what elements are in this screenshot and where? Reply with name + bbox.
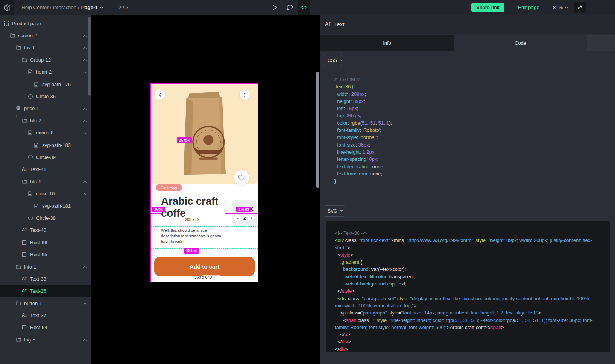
edit-page-link[interactable]: Edit page [518, 0, 539, 15]
favorite-button[interactable] [234, 170, 249, 185]
tree-item-circle-38[interactable]: Circle-38 [0, 212, 91, 224]
category-tag[interactable]: Expresso [156, 184, 182, 191]
tree-item-circle-36[interactable]: Circle-36 [0, 90, 91, 102]
tree-item-text-41[interactable]: AIText-41 [0, 163, 91, 175]
tree-item-text-40[interactable]: AIText-40 [0, 224, 91, 236]
tree-item-minus-8[interactable]: minus-8 [0, 127, 91, 139]
tree-item-text-36[interactable]: AIText-36 [0, 285, 91, 297]
tree-indent-line [4, 261, 10, 273]
code-line: font-style: 'normal'; [334, 134, 609, 141]
code-line: letter-spacing: 0px; [334, 156, 609, 163]
tree-item-label: Rect-95 [30, 252, 47, 257]
tree-indent-line [16, 273, 22, 285]
code-line: font-family: 'Roboto'; [334, 127, 609, 134]
tree-item-label: heart-2 [36, 69, 52, 75]
chevron-down-icon [340, 210, 343, 212]
tree-item-screen-2[interactable]: screen-2 [0, 29, 91, 41]
tree-item-group-12[interactable]: Group-12 [0, 54, 91, 66]
tree-item-text-38[interactable]: AIText-38 [0, 273, 91, 285]
breadcrumb-current-page: Page-1 [81, 5, 98, 10]
chevron-up-icon[interactable] [83, 337, 87, 343]
chevron-up-icon[interactable] [83, 130, 87, 136]
tree-indent-line [28, 78, 34, 90]
chevron-up-icon[interactable] [83, 264, 87, 270]
quantity-value: 2 [243, 216, 246, 221]
tree-indent-line [16, 127, 22, 139]
canvas[interactable]: ⋮ Expresso Arabic craft coffe 16.5€ − 2 … [91, 15, 320, 364]
panel-scrollbar[interactable] [316, 72, 319, 188]
tab-info[interactable]: Info [320, 35, 454, 51]
tree-item-button-1[interactable]: button-1 [0, 297, 91, 309]
share-link-button[interactable]: Share link [471, 3, 504, 12]
tree-item-btn-1[interactable]: btn-1 [0, 175, 91, 187]
tree-indent-line [16, 309, 22, 321]
code-line: <p class="paragraph" style="font-size: 1… [335, 309, 601, 316]
measure-badge-left: 16px [152, 207, 165, 212]
tree-indent-line [10, 236, 16, 248]
svg-code-block[interactable]: <!-- Text-36 --><div class="root rich-te… [335, 230, 601, 353]
tree-indent-line [4, 224, 10, 236]
chevron-up-icon[interactable] [83, 106, 87, 111]
zoom-level-dropdown[interactable]: 81% [553, 0, 569, 15]
tree-item-close-10[interactable]: close-10 [0, 187, 91, 199]
comment-icon[interactable] [283, 0, 296, 15]
product-description: Well, this should be a nice description … [161, 228, 223, 245]
code-glyph: </> [301, 5, 308, 10]
tree-item-svg-path-183[interactable]: svg-path-183 [0, 139, 91, 151]
tree-indent-line [10, 175, 16, 187]
tree-indent-line [16, 90, 22, 102]
tree-indent-line [16, 212, 22, 224]
layers-sidebar: Product pagescreen-2fav-1Group-12heart-2… [0, 15, 91, 364]
tree-indent-line [4, 285, 10, 297]
guide-line-vertical-left [161, 84, 161, 282]
chevron-up-icon[interactable] [83, 33, 87, 38]
tree-item-text-37[interactable]: AIText-37 [0, 309, 91, 321]
tree-indent-line [16, 200, 22, 212]
chevron-up-icon[interactable] [83, 69, 87, 75]
css-format-dropdown[interactable]: CSS [324, 55, 342, 66]
tree-item-rect-96[interactable]: Rect-96 [0, 236, 91, 248]
chevron-up-icon[interactable] [83, 301, 87, 306]
chevron-up-icon[interactable] [83, 45, 87, 50]
tree-item-btn-2[interactable]: btn-2 [0, 115, 91, 127]
inspector-panel: AI Text Info Code CSS /* Text-36 */.text… [320, 15, 615, 364]
svgfile-icon [28, 69, 33, 74]
tree-indent-line [10, 139, 16, 151]
code-view-icon[interactable]: </> [298, 0, 310, 15]
tree-item-svg-path-181[interactable]: svg-path-181 [0, 200, 91, 212]
chevron-up-icon[interactable] [83, 179, 87, 184]
tree-item-tag-5[interactable]: tag-5 [0, 334, 91, 346]
css-code-block[interactable]: /* Text-36 */.text-36 { width: 208px; he… [334, 76, 609, 184]
tree-item-info-1[interactable]: info-1 [0, 261, 91, 273]
tree-item-rect-94[interactable]: Rect-94 [0, 322, 91, 334]
chevron-up-icon[interactable] [83, 57, 87, 63]
back-button[interactable] [155, 89, 165, 100]
quantity-minus-button[interactable]: − [234, 215, 241, 222]
sidebar-scrollbar[interactable] [88, 17, 91, 96]
tree-item-heart-2[interactable]: heart-2 [0, 66, 91, 78]
tab-code[interactable]: Code [454, 35, 587, 51]
add-to-cart-button[interactable]: Add to cart [154, 257, 255, 276]
quantity-plus-button[interactable]: + [248, 215, 255, 222]
breadcrumb[interactable]: Help Center / Interaction / Page-1 [21, 0, 104, 15]
svgfile-icon [34, 82, 39, 87]
tree-indent-line [4, 322, 10, 334]
app-logo[interactable] [0, 0, 14, 15]
svg-format-dropdown[interactable]: SVG [324, 205, 345, 217]
fullscreen-button[interactable] [574, 2, 586, 13]
chevron-up-icon[interactable] [83, 118, 87, 124]
tree-item-label: close-10 [36, 191, 55, 196]
tree-item-circle-39[interactable]: Circle-39 [0, 151, 91, 163]
tree-item-fav-1[interactable]: fav-1 [0, 42, 91, 54]
circle-icon [28, 155, 33, 160]
play-icon[interactable] [268, 0, 281, 15]
tree-up-arrow-icon: ↑ [15, 113, 17, 118]
tree-item-label: button-1 [24, 301, 42, 306]
chevron-up-icon[interactable] [83, 191, 87, 196]
phone-frame[interactable]: ⋮ Expresso Arabic craft coffe 16.5€ − 2 … [151, 84, 258, 282]
tree-item-price-1[interactable]: price-1 [0, 103, 91, 115]
tree-item-product page[interactable]: Product page [0, 17, 91, 29]
tree-item-svg-path-176[interactable]: svg-path-176 [0, 78, 91, 90]
more-menu-button[interactable]: ⋮ [240, 89, 250, 100]
tree-item-rect-95[interactable]: Rect-95 [0, 248, 91, 260]
